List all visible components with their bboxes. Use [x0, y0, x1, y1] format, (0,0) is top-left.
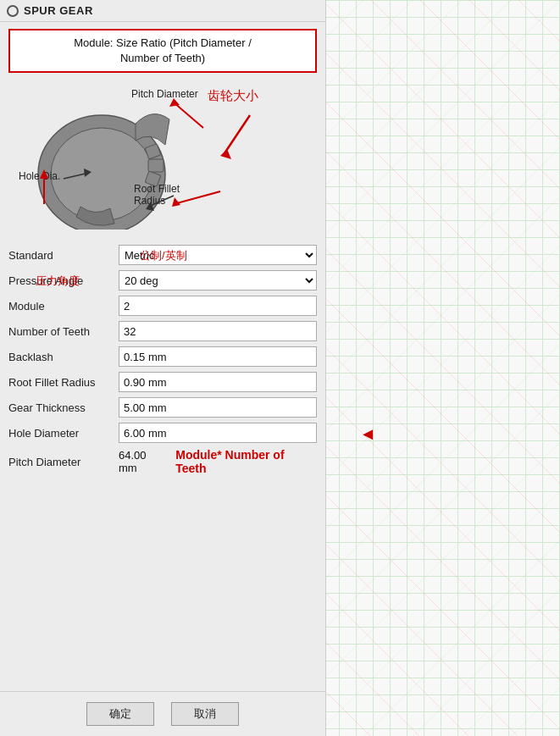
field-row-number-of-teeth: Number of Teeth — [8, 321, 317, 341]
field-row-root-fillet-radius: Root Fillet Radius — [8, 372, 317, 392]
module-description-text: Module: Size Ratio (Pitch Diameter / Num… — [74, 36, 252, 64]
field-row-pitch-diameter: Pitch Diameter 64.00 mm Module* Number o… — [8, 448, 317, 475]
field-row-gear-thickness: Gear Thickness — [8, 397, 317, 418]
select-standard[interactable]: Metric Imperial — [119, 245, 317, 265]
bottom-bar: 确定 取消 — [0, 691, 325, 736]
field-row-module: Module — [8, 296, 317, 316]
panel-title: SPUR GEAR — [24, 4, 93, 17]
label-hole-diameter: Hole Diameter — [8, 427, 119, 440]
confirm-button[interactable]: 确定 — [86, 702, 154, 726]
label-number-of-teeth: Number of Teeth — [8, 325, 119, 338]
pitch-diameter-label: Pitch Diameter — [131, 88, 198, 100]
input-hole-diameter[interactable] — [119, 423, 317, 443]
gear-illustration — [8, 81, 195, 230]
value-pitch-diameter: 64.00 mm — [119, 449, 167, 474]
label-pressure-angle: Pressure Angle — [8, 274, 119, 287]
module-description: Module: Size Ratio (Pitch Diameter / Num… — [8, 29, 317, 73]
field-row-standard: Standard Metric Imperial — [8, 245, 317, 265]
input-module[interactable] — [119, 296, 317, 316]
svg-rect-3 — [148, 159, 164, 172]
field-row-pressure-angle: Pressure Angle 20 deg 14.5 deg 25 deg — [8, 270, 317, 291]
fields-section: 公制/英制 Standard Metric Imperial 压力角度 Pres… — [0, 241, 325, 691]
input-backlash[interactable] — [119, 346, 317, 367]
title-bar: SPUR GEAR — [0, 0, 325, 22]
root-fillet-label: Root Fillet Radius — [134, 183, 180, 207]
chinese-size-label: 齿轮大小 — [208, 88, 258, 104]
label-module: Module — [8, 300, 119, 313]
label-gear-thickness: Gear Thickness — [8, 401, 119, 414]
svg-marker-9 — [220, 149, 231, 159]
label-standard: Standard — [8, 249, 119, 262]
input-root-fillet-radius[interactable] — [119, 372, 317, 392]
pitch-diameter-annotation: Module* Number of Teeth — [175, 448, 317, 475]
gear-diagram: Pitch Diameter 齿轮大小 Hole Dia. Root Fille… — [8, 81, 325, 238]
cancel-button[interactable]: 取消 — [171, 702, 239, 726]
input-number-of-teeth[interactable] — [119, 321, 317, 341]
main-panel: SPUR GEAR Module: Size Ratio (Pitch Diam… — [0, 0, 326, 736]
hole-dia-label: Hole Dia. — [19, 170, 60, 182]
svg-point-2 — [51, 128, 152, 221]
label-root-fillet-radius: Root Fillet Radius — [8, 376, 119, 389]
svg-line-8 — [225, 115, 250, 153]
hole-diameter-arrow: ◄ — [359, 424, 376, 444]
field-row-hole-diameter: Hole Diameter ◄ — [8, 423, 317, 443]
grid-background — [322, 0, 560, 736]
label-backlash: Backlash — [8, 351, 119, 363]
field-row-backlash: Backlash — [8, 346, 317, 367]
input-gear-thickness[interactable] — [119, 397, 317, 418]
label-pitch-diameter: Pitch Diameter — [8, 456, 119, 468]
select-pressure-angle[interactable]: 20 deg 14.5 deg 25 deg — [119, 270, 317, 291]
gear-icon — [7, 5, 19, 17]
